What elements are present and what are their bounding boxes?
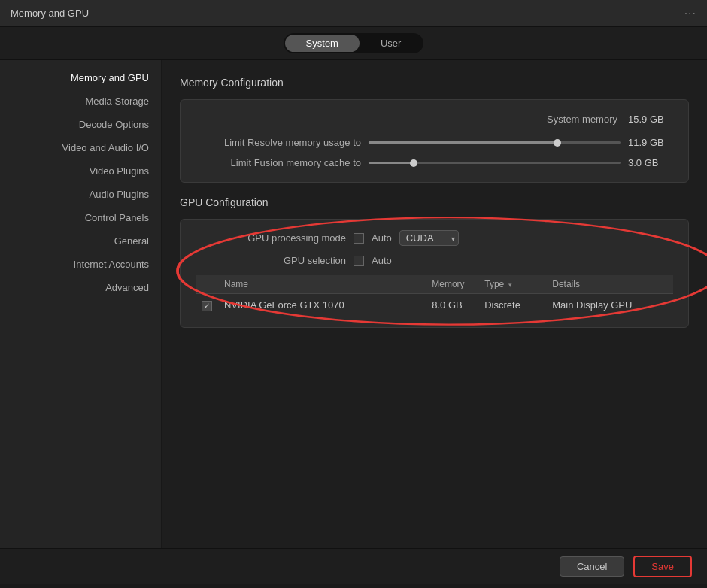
checkmark-icon: ✓: [204, 302, 210, 310]
col-header-details: Details: [546, 275, 673, 294]
memory-config-panel: System memory 15.9 GB Limit Resolve memo…: [180, 99, 689, 183]
cuda-select-wrapper: CUDA OpenCL ▾: [399, 230, 459, 246]
cancel-button[interactable]: Cancel: [560, 556, 624, 577]
tab-bar: System User: [0, 27, 707, 60]
title-bar: Memory and GPU ···: [0, 0, 707, 27]
menu-dots[interactable]: ···: [684, 7, 696, 20]
gpu-selection-label: GPU selection: [196, 255, 346, 266]
tab-system[interactable]: System: [285, 35, 360, 52]
sidebar-item-advanced[interactable]: Advanced: [0, 276, 161, 299]
gpu-processing-auto-checkbox[interactable]: [354, 233, 364, 244]
gpu-row-checkbox[interactable]: ✓: [202, 301, 212, 311]
memory-config-title: Memory Configuration: [180, 77, 689, 89]
limit-fusion-value: 3.0 GB: [628, 157, 673, 168]
sidebar-item-media-storage[interactable]: Media Storage: [0, 89, 161, 113]
system-memory-value: 15.9 GB: [628, 114, 673, 125]
sidebar-item-memory-gpu[interactable]: Memory and GPU: [0, 66, 161, 89]
gpu-row-memory: 8.0 GB: [426, 294, 478, 317]
gpu-selection-auto-checkbox[interactable]: [354, 256, 364, 266]
gpu-processing-mode-label: GPU processing mode: [196, 232, 346, 244]
system-memory-label: System memory: [452, 114, 617, 125]
limit-fusion-label: Limit Fusion memory cache to: [196, 157, 361, 168]
sort-icon: ▾: [508, 281, 512, 289]
sidebar-item-decode-options[interactable]: Decode Options: [0, 113, 161, 136]
gpu-processing-auto-label: Auto: [372, 232, 392, 244]
gpu-processing-mode-row: GPU processing mode Auto CUDA OpenCL ▾: [196, 230, 673, 246]
gpu-table: Name Memory Type ▾ Details: [196, 275, 673, 317]
bottom-bar: Cancel Save: [0, 548, 707, 584]
col-header-check: [196, 275, 218, 294]
limit-resolve-value: 11.9 GB: [628, 137, 673, 148]
save-button[interactable]: Save: [633, 556, 692, 577]
gpu-row-type: Discrete: [478, 294, 546, 317]
gpu-row-checkbox-cell: ✓: [196, 294, 218, 317]
limit-resolve-row: Limit Resolve memory usage to 11.9 GB: [196, 137, 673, 148]
col-header-name[interactable]: Name: [218, 275, 426, 294]
sidebar-item-video-plugins[interactable]: Video Plugins: [0, 159, 161, 183]
gpu-table-head: Name Memory Type ▾ Details: [196, 275, 673, 294]
limit-resolve-label: Limit Resolve memory usage to: [196, 137, 361, 148]
limit-fusion-slider[interactable]: [369, 162, 621, 164]
window-title: Memory and GPU: [11, 8, 89, 19]
col-header-memory: Memory: [426, 275, 478, 294]
sidebar-item-internet-accounts[interactable]: Internet Accounts: [0, 253, 161, 276]
table-row: ✓ NVIDIA GeForce GTX 1070 8.0 GB Discret…: [196, 294, 673, 317]
sidebar-item-general[interactable]: General: [0, 229, 161, 253]
gpu-config-title: GPU Configuration: [180, 196, 689, 208]
limit-resolve-slider[interactable]: [369, 141, 621, 144]
gpu-row-name: NVIDIA GeForce GTX 1070: [218, 294, 426, 317]
content-area: Memory Configuration System memory 15.9 …: [162, 60, 707, 548]
main-layout: Memory and GPU Media Storage Decode Opti…: [0, 60, 707, 548]
gpu-selection-row: GPU selection Auto: [196, 255, 673, 266]
sidebar-item-video-audio-io[interactable]: Video and Audio I/O: [0, 136, 161, 159]
cuda-select[interactable]: CUDA OpenCL: [399, 230, 459, 246]
sidebar-item-control-panels[interactable]: Control Panels: [0, 206, 161, 229]
system-memory-row: System memory 15.9 GB: [196, 114, 673, 125]
col-header-type[interactable]: Type ▾: [478, 275, 546, 294]
tab-group: System User: [284, 33, 424, 53]
sidebar: Memory and GPU Media Storage Decode Opti…: [0, 60, 162, 548]
gpu-table-body: ✓ NVIDIA GeForce GTX 1070 8.0 GB Discret…: [196, 294, 673, 317]
limit-fusion-row: Limit Fusion memory cache to 3.0 GB: [196, 157, 673, 168]
sidebar-item-audio-plugins[interactable]: Audio Plugins: [0, 183, 161, 206]
tab-user[interactable]: User: [360, 35, 422, 52]
gpu-selection-auto-label: Auto: [372, 255, 392, 266]
gpu-config-panel: GPU processing mode Auto CUDA OpenCL ▾ G…: [180, 219, 689, 328]
gpu-row-details: Main Display GPU: [546, 294, 673, 317]
